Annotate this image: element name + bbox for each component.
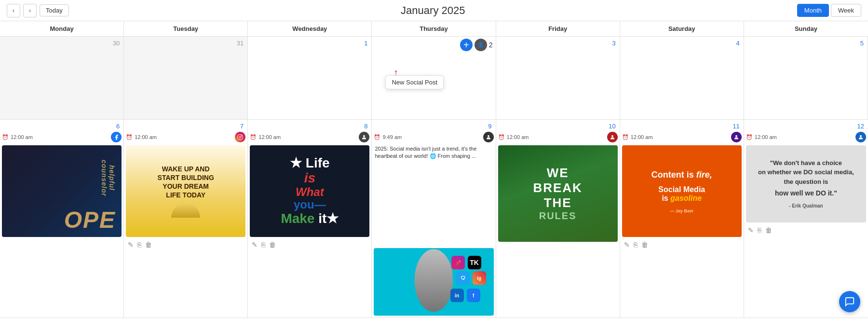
cell-jan-10: 10 ⏰ 12:00 am WE BREAK THE RULES <box>496 120 620 318</box>
view-switcher: Month Week <box>797 4 861 17</box>
cell-jan-6: 6 ⏰ 12:00 am helpful counselor OPE <box>0 120 124 318</box>
cell-jan-5: 5 <box>744 37 868 120</box>
add-post-button[interactable]: + <box>460 39 473 51</box>
svg-rect-0 <box>238 135 243 139</box>
date-9: 9 <box>372 120 495 131</box>
clock-icon-9: ⏰ <box>374 134 380 140</box>
calendar-grid: 30 31 1 + 👤 2 ↑ New Social Post 3 4 5 6 <box>0 37 868 318</box>
today-button[interactable]: Today <box>40 4 69 16</box>
multi-avatar-11 <box>731 132 742 142</box>
date-11: 11 <box>620 120 744 131</box>
multi-avatar-9 <box>483 132 494 142</box>
cell-jan-7: 7 ⏰ 12:00 am WAKE UP ANDSTART BUILDINGYO… <box>124 120 248 318</box>
copy-icon-11[interactable]: ⎘ <box>634 241 637 249</box>
fb-avatar-6 <box>111 132 122 142</box>
clock-icon-11: ⏰ <box>622 134 629 140</box>
cell-jan-11: 11 ⏰ 12:00 am Content is fire, Social Me… <box>620 120 744 318</box>
tooltip-label: New Social Post <box>392 79 437 86</box>
dow-friday: Friday <box>496 21 620 36</box>
calendar-header: ‹ › Today January 2025 Month Week <box>0 0 868 21</box>
delete-icon-7[interactable]: 🗑 <box>145 241 152 249</box>
cell-jan-2: + 👤 2 ↑ New Social Post <box>372 37 496 120</box>
svg-point-4 <box>488 135 489 137</box>
event-time-8: 12:00 am <box>258 134 281 140</box>
event-time-7: 12:00 am <box>135 134 157 140</box>
date-10: 10 <box>496 120 620 131</box>
dow-tuesday: Tuesday <box>124 21 248 36</box>
event-time-12: 12:00 am <box>755 134 777 140</box>
copy-icon-8[interactable]: ⎘ <box>261 241 265 249</box>
post-image-12: "We don't have a choiceon whether we DO … <box>746 145 866 223</box>
edit-icon-8[interactable]: ✎ <box>252 241 258 249</box>
clock-icon-10: ⏰ <box>498 134 505 140</box>
prev-button[interactable]: ‹ <box>7 4 20 17</box>
event-row-9: ⏰ 9:49 am <box>372 131 495 143</box>
cell-dec-31: 31 <box>124 37 248 120</box>
cell-jan-9: 9 ⏰ 9:49 am 2025: Social media isn't jus… <box>372 120 496 318</box>
multi-avatar-10 <box>607 132 618 142</box>
cell-dec-30: 30 <box>0 37 124 120</box>
next-button[interactable]: › <box>23 4 37 17</box>
event-time-9: 9:49 am <box>382 134 402 140</box>
post-image-10: WE BREAK THE RULES <box>498 145 618 242</box>
calendar-title: January 2025 <box>401 4 465 17</box>
post-image-9: TK 📌 ig 🗨 f in <box>374 248 493 316</box>
action-row-7: ✎ ⎘ 🗑 <box>124 239 247 250</box>
event-text-9: 2025: Social media isn't just a trend, i… <box>372 143 495 246</box>
svg-point-6 <box>735 135 737 137</box>
multi-avatar-8 <box>359 132 369 142</box>
clock-icon-6: ⏰ <box>2 134 9 140</box>
edit-icon-11[interactable]: ✎ <box>624 241 630 249</box>
cell-jan-12: 12 ⏰ 12:00 am "We don't have a choiceon … <box>744 120 868 318</box>
copy-icon-7[interactable]: ⎘ <box>137 241 141 249</box>
multi-avatar-12 <box>855 132 866 142</box>
day-of-week-row: Monday Tuesday Wednesday Thursday Friday… <box>0 21 868 37</box>
svg-point-1 <box>239 136 241 138</box>
date-5: 5 <box>744 37 868 48</box>
date-12: 12 <box>744 120 868 131</box>
date-30: 30 <box>0 37 123 48</box>
week-view-button[interactable]: Week <box>831 4 861 17</box>
svg-point-3 <box>363 135 365 137</box>
delete-icon-11[interactable]: 🗑 <box>641 241 648 249</box>
event-time-10: 12:00 am <box>507 134 529 140</box>
event-row-7: ⏰ 12:00 am <box>124 131 247 143</box>
clock-icon-7: ⏰ <box>126 134 133 140</box>
dow-wednesday: Wednesday <box>248 21 372 36</box>
dow-thursday: Thursday <box>372 21 496 36</box>
event-time-6: 12:00 am <box>11 134 33 140</box>
delete-icon-8[interactable]: 🗑 <box>269 241 276 249</box>
action-row-12: ✎ ⎘ 🗑 <box>744 224 868 236</box>
post-image-8: ★ Life is What you— Make it★ <box>250 145 369 237</box>
event-row-8: ⏰ 12:00 am <box>248 131 371 143</box>
edit-icon-7[interactable]: ✎ <box>128 241 134 249</box>
copy-icon-12[interactable]: ⎘ <box>758 226 761 234</box>
date-3: 3 <box>496 37 620 48</box>
event-count-2: 2 <box>489 41 493 49</box>
date-8: 8 <box>248 120 371 131</box>
event-row-10: ⏰ 12:00 am <box>496 131 620 143</box>
delete-icon-12[interactable]: 🗑 <box>765 226 772 234</box>
date-7: 7 <box>124 120 247 131</box>
cell-jan-1: 1 <box>248 37 372 120</box>
post-image-6: helpful counselor OPE <box>2 145 122 237</box>
date-31: 31 <box>124 37 247 48</box>
cell-jan-3: 3 <box>496 37 620 120</box>
edit-icon-12[interactable]: ✎ <box>748 226 754 234</box>
month-view-button[interactable]: Month <box>797 4 829 17</box>
dow-monday: Monday <box>0 21 124 36</box>
date-4: 4 <box>620 37 744 48</box>
chat-fab-button[interactable] <box>839 291 860 312</box>
svg-point-7 <box>860 135 862 137</box>
action-row-8: ✎ ⎘ 🗑 <box>248 239 371 250</box>
clock-icon-12: ⏰ <box>746 134 753 140</box>
event-row-11: ⏰ 12:00 am <box>620 131 744 143</box>
post-image-11: Content is fire, Social Mediais gasoline… <box>622 145 742 237</box>
user-avatar-2[interactable]: 👤 <box>475 39 487 51</box>
post-image-7: WAKE UP ANDSTART BUILDINGYOUR DREAMLIFE … <box>126 145 245 237</box>
event-row-12: ⏰ 12:00 am <box>744 131 868 143</box>
svg-point-2 <box>242 136 242 136</box>
event-time-11: 12:00 am <box>631 134 653 140</box>
new-social-post-tooltip: New Social Post <box>385 75 444 89</box>
date-6: 6 <box>0 120 123 131</box>
